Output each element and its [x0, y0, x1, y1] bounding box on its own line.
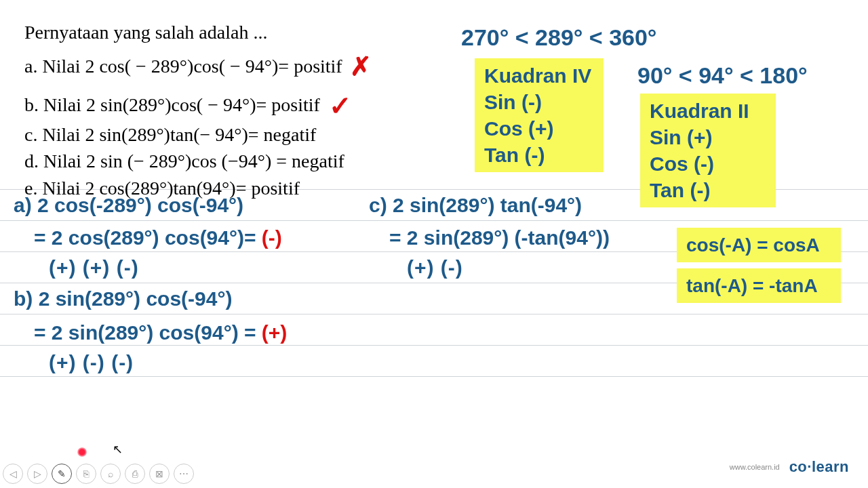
option-b: b. Nilai 2 sin(289°)cos( − 94°)= positif…: [24, 83, 369, 121]
zoom-button[interactable]: ⌕: [100, 464, 121, 484]
footer-url: www.colearn.id: [730, 463, 780, 471]
identity-cos-box: cos(-A) = cosA: [677, 228, 841, 262]
work-a-line1: a) 2 cos(-289°) cos(-94°): [14, 194, 243, 217]
identity-tan-box: tan(-A) = -tanA: [677, 268, 841, 303]
prev-button[interactable]: ◁: [3, 464, 23, 484]
work-c-line3: (+) (-): [407, 256, 463, 279]
check-icon: ✓: [329, 91, 352, 121]
work-a-line2: = 2 cos(289°) cos(94°)= (-): [34, 226, 282, 249]
work-b-line2: = 2 sin(289°) cos(94°) = (+): [34, 321, 287, 344]
cursor-icon: ↖: [113, 442, 123, 457]
laser-pointer-icon: [77, 447, 87, 457]
option-d: d. Nilai 2 sin (− 289°)cos (−94°) = nega…: [24, 148, 369, 175]
blank-button[interactable]: ⊠: [149, 464, 170, 484]
quadrant-iv-box: Kuadran IV Sin (-) Cos (+) Tan (-): [475, 58, 604, 172]
footer: www.colearn.id co·learn: [730, 458, 849, 476]
question-block: Pernyataan yang salah adalah ... a. Nila…: [24, 19, 369, 202]
print-button[interactable]: ⎙: [125, 464, 145, 484]
work-c-line2: = 2 sin(289°) (-tan(94°)): [389, 226, 610, 249]
range-289: 270° < 289° < 360°: [461, 24, 656, 51]
more-button[interactable]: ⋯: [174, 464, 194, 484]
range-94: 90° < 94° < 180°: [637, 62, 808, 89]
presentation-toolbar: ◁ ▷ ✎ ⎘ ⌕ ⎙ ⊠ ⋯: [3, 464, 194, 484]
work-b-line1: b) 2 sin(289°) cos(-94°): [14, 287, 232, 310]
slides-button[interactable]: ⎘: [76, 464, 96, 484]
next-button[interactable]: ▷: [27, 464, 47, 484]
question-prompt: Pernyataan yang salah adalah ...: [24, 19, 369, 46]
pen-button[interactable]: ✎: [52, 464, 72, 484]
option-a: a. Nilai 2 cos( − 289°)cos( − 94°)= posi…: [24, 46, 369, 83]
work-b-line3: (+) (-) (-): [49, 351, 134, 374]
footer-brand: co·learn: [789, 458, 849, 475]
cross-icon: ✗: [350, 52, 372, 81]
work-c-line1: c) 2 sin(289°) tan(-94°): [369, 194, 582, 217]
option-c: c. Nilai 2 sin(289°)tan(− 94°)= negatif: [24, 121, 369, 148]
work-a-line3: (+) (+) (-): [49, 256, 139, 279]
quadrant-ii-box: Kuadran II Sin (+) Cos (-) Tan (-): [640, 94, 776, 207]
